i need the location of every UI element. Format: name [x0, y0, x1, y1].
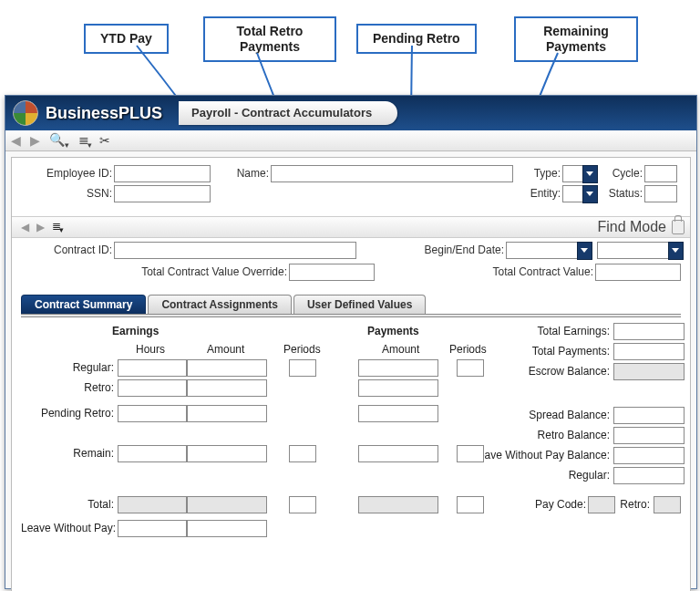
regular-periods-p-input[interactable]: [457, 359, 484, 377]
col-amount-p: Amount: [382, 343, 419, 356]
payments-header: Payments: [367, 325, 419, 337]
main-toolbar: ◀ ▶ 🔍▾ ≣▾ ✂: [5, 130, 696, 151]
summary-grid: Earnings Payments Hours Amount Periods A…: [21, 325, 681, 580]
override-input[interactable]: [289, 264, 375, 281]
regular-amount-e-input[interactable]: [187, 359, 267, 377]
ssn-label: SSN:: [21, 187, 112, 200]
page-title: Payroll - Contract Accumulators: [179, 101, 397, 125]
entity-dropdown[interactable]: [582, 185, 598, 203]
escrow-balance-input: [613, 363, 685, 380]
tab-user-defined-values[interactable]: User Defined Values: [293, 295, 426, 314]
begin-date-input[interactable]: [506, 242, 581, 259]
cycle-input[interactable]: [644, 165, 677, 182]
total-periods-e-input[interactable]: [289, 496, 316, 513]
total-earnings-label: Total Earnings:: [495, 325, 610, 337]
entity-label: Entity:: [528, 187, 561, 200]
sub-prev-button[interactable]: ◀: [21, 221, 29, 233]
contract-id-label: Contract ID:: [21, 244, 112, 256]
total-payments-input[interactable]: [613, 343, 685, 360]
col-hours: Hours: [136, 343, 165, 356]
remain-hours-input[interactable]: [118, 445, 187, 462]
contract-section: Contract ID: Begin/End Date: Total Contr…: [21, 242, 681, 295]
regular-hours-input[interactable]: [118, 359, 187, 377]
total-contract-value-input[interactable]: [595, 264, 681, 281]
begin-end-date-label: Begin/End Date:: [404, 244, 504, 256]
sub-list-icon[interactable]: ≣▾: [52, 220, 62, 234]
employee-section: Employee ID: Name: Type: Cycle: SSN: Ent…: [21, 165, 681, 213]
retro-hours-input[interactable]: [118, 379, 187, 397]
end-date-dropdown[interactable]: [668, 242, 684, 260]
app-window: BusinessPLUS Payroll - Contract Accumula…: [5, 95, 697, 589]
list-icon[interactable]: ≣▾: [78, 132, 90, 150]
remain-periods-e-input[interactable]: [289, 445, 316, 462]
col-amount-e: Amount: [207, 343, 244, 356]
spread-balance-input[interactable]: [613, 407, 685, 424]
lwop-amount-e-input[interactable]: [187, 520, 267, 537]
escrow-balance-label: Escrow Balance:: [495, 365, 610, 378]
app-header: BusinessPLUS Payroll - Contract Accumula…: [5, 96, 696, 130]
callout-ytd-pay: YTD Pay: [84, 24, 169, 54]
col-periods-e: Periods: [283, 343, 321, 356]
remain-amount-p-input[interactable]: [358, 445, 438, 462]
sub-next-button[interactable]: ▶: [36, 221, 45, 233]
lwop-balance-input[interactable]: [613, 447, 685, 464]
pay-code-label: Pay Code:: [531, 498, 586, 511]
cut-icon[interactable]: ✂: [99, 133, 110, 148]
begin-date-dropdown[interactable]: [577, 242, 592, 260]
tab-underline: [21, 314, 681, 317]
regular-label: Regular:: [21, 361, 114, 374]
regular-periods-e-input[interactable]: [289, 359, 316, 377]
tab-contract-summary[interactable]: Contract Summary: [21, 295, 146, 314]
total-payments-label: Total Payments:: [495, 345, 610, 358]
regular-amount-p-input[interactable]: [358, 359, 438, 377]
retro2-input: [654, 496, 681, 513]
type-dropdown[interactable]: [582, 165, 598, 183]
unlock-icon[interactable]: [672, 220, 685, 234]
end-date-input[interactable]: [597, 242, 672, 259]
pending-retro-amount-p-input[interactable]: [358, 405, 438, 422]
employee-id-label: Employee ID:: [21, 167, 112, 180]
retro2-label: Retro:: [617, 498, 650, 511]
nav-prev-button[interactable]: ◀: [11, 133, 21, 148]
override-label: Total Contract Value Override:: [123, 265, 287, 278]
total-periods-p-input[interactable]: [457, 496, 484, 513]
retro-amount-p-input[interactable]: [358, 379, 438, 397]
pending-retro-hours-input[interactable]: [118, 405, 187, 422]
retro-amount-e-input[interactable]: [187, 379, 267, 397]
cycle-label: Cycle:: [606, 167, 643, 180]
status-input[interactable]: [644, 185, 677, 202]
pay-code-input: [588, 496, 615, 513]
retro-balance-input[interactable]: [613, 427, 685, 444]
find-mode-label: Find Mode: [597, 219, 666, 235]
retro-label: Retro:: [21, 381, 114, 394]
spread-balance-label: Spread Balance:: [495, 409, 610, 421]
lwop-hours-input[interactable]: [118, 520, 187, 537]
total-earnings-input[interactable]: [613, 323, 685, 340]
sub-toolbar: ◀ ▶ ≣▾ Find Mode: [12, 216, 690, 238]
total-label: Total:: [21, 498, 114, 511]
ssn-input[interactable]: [114, 185, 211, 202]
total-contract-value-label: Total Contract Value:: [477, 265, 593, 278]
pending-retro-label: Pending Retro:: [21, 407, 114, 420]
remain-periods-p-input[interactable]: [457, 445, 484, 462]
app-logo: [13, 100, 38, 126]
app-brand: BusinessPLUS: [46, 104, 162, 123]
remain-amount-e-input[interactable]: [187, 445, 267, 462]
name-label: Name:: [229, 167, 269, 180]
regular2-input[interactable]: [613, 467, 685, 484]
nav-next-button[interactable]: ▶: [30, 133, 40, 148]
contract-id-input[interactable]: [114, 242, 356, 259]
pending-retro-amount-e-input[interactable]: [187, 405, 267, 422]
tab-contract-assignments[interactable]: Contract Assignments: [148, 295, 292, 314]
callout-pending-retro: Pending Retro: [356, 24, 477, 54]
regular2-label: Regular:: [495, 469, 610, 482]
callout-remaining-payments: Remaining Payments: [514, 16, 638, 62]
search-icon[interactable]: 🔍▾: [49, 132, 69, 150]
form-panel: Employee ID: Name: Type: Cycle: SSN: Ent…: [11, 157, 691, 591]
status-label: Status:: [606, 187, 643, 200]
name-input[interactable]: [271, 165, 513, 182]
total-hours-input: [118, 496, 187, 513]
employee-id-input[interactable]: [114, 165, 211, 182]
retro-balance-label: Retro Balance:: [495, 429, 610, 441]
total-amount-e-input: [187, 496, 267, 513]
